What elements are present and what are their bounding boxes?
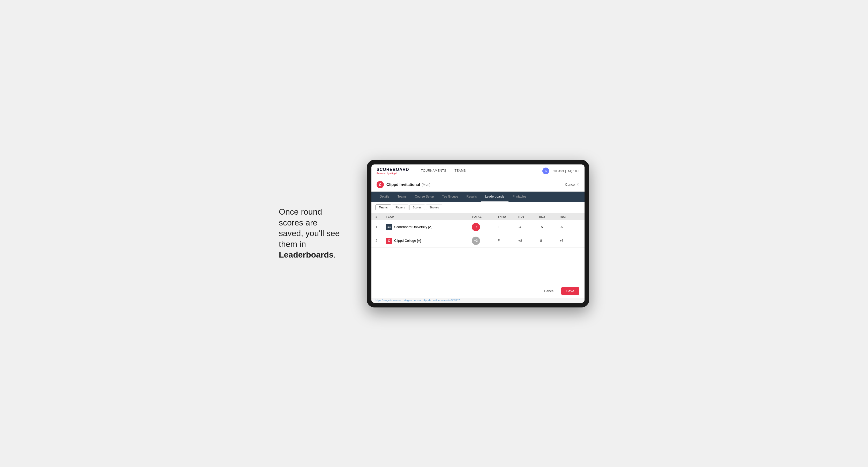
- nav-tournaments[interactable]: TOURNAMENTS: [417, 164, 451, 178]
- row1-score-badge: -5: [472, 223, 480, 231]
- cancel-button-header[interactable]: Cancel ✕: [565, 183, 579, 186]
- row1-team-name: Scoreboard University [A]: [394, 225, 432, 229]
- table-row: 2 C Clippd College [A] +3 F: [371, 234, 585, 248]
- sub-tabs: Teams Players Scores Strokes: [371, 202, 585, 213]
- table-header: # TEAM TOTAL THRU RD1 RD2 RD3: [371, 213, 585, 220]
- row2-score-badge: +3: [472, 237, 480, 245]
- nav-teams[interactable]: TEAMS: [451, 164, 470, 178]
- row1-rank: 1: [376, 225, 386, 229]
- row2-rank: 2: [376, 239, 386, 243]
- sub-tab-strokes[interactable]: Strokes: [426, 205, 442, 210]
- row2-rd2: -8: [539, 239, 560, 243]
- status-bar: https://stage-blue-coach.stagescoreboad.…: [371, 298, 585, 303]
- tab-details[interactable]: Details: [376, 192, 393, 202]
- tablet-screen: SCOREBOARD Powered by clippd TOURNAMENTS…: [371, 164, 585, 303]
- col-header-rd3: RD3: [560, 215, 580, 218]
- row1-team-logo: SU: [386, 224, 392, 230]
- tablet-frame: SCOREBOARD Powered by clippd TOURNAMENTS…: [367, 160, 589, 307]
- col-header-rank: #: [376, 215, 386, 218]
- tournament-title: Clippd Invitational: [386, 182, 420, 187]
- table-row: 1 SU Scoreboard University [A] -5: [371, 220, 585, 234]
- tournament-header: C Clippd Invitational (Men) Cancel ✕: [371, 178, 585, 192]
- leaderboard-table: # TEAM TOTAL THRU RD1 RD2 RD3 1: [371, 213, 585, 248]
- tabs-bar: Details Teams Course Setup Tee Groups Re…: [371, 192, 585, 202]
- row1-rd1: -4: [518, 225, 539, 229]
- col-header-rd1: RD1: [518, 215, 539, 218]
- svg-text:SU: SU: [388, 226, 391, 228]
- save-button[interactable]: Save: [561, 287, 579, 295]
- tab-leaderboards[interactable]: Leaderboards: [481, 192, 508, 202]
- row1-team-cell: SU Scoreboard University [A]: [386, 224, 472, 230]
- row2-total: +3: [472, 237, 498, 245]
- spacer: [371, 248, 585, 284]
- intro-line5-bold: Leaderboards: [279, 250, 334, 259]
- row2-thru: F: [498, 239, 518, 243]
- logo-area: SCOREBOARD Powered by clippd: [377, 167, 409, 175]
- row2-team-logo: C: [386, 238, 392, 244]
- logo-text: SCOREBOARD: [377, 167, 409, 172]
- cancel-button-footer[interactable]: Cancel: [540, 287, 558, 295]
- tab-printables[interactable]: Printables: [508, 192, 530, 202]
- col-header-rd2: RD2: [539, 215, 560, 218]
- modal-footer: Cancel Save: [371, 284, 585, 298]
- nav-links: TOURNAMENTS TEAMS: [417, 164, 542, 178]
- row2-team-cell: C Clippd College [A]: [386, 238, 472, 244]
- row2-rd1: +8: [518, 239, 539, 243]
- logo-powered: Powered by clippd: [377, 172, 409, 175]
- col-header-total: TOTAL: [472, 215, 498, 218]
- user-name: Test User |: [551, 169, 566, 173]
- nav-right: S Test User | Sign out: [542, 167, 579, 174]
- intro-line1: Once round: [279, 207, 322, 216]
- svg-text:C: C: [388, 239, 390, 243]
- intro-line4: them in: [279, 240, 306, 249]
- sign-out-link[interactable]: Sign out: [568, 169, 579, 173]
- row1-rd3: -6: [560, 225, 580, 229]
- intro-text: Once round scores are saved, you'll see …: [279, 207, 351, 260]
- row1-total: -5: [472, 223, 498, 231]
- row2-rd3: +3: [560, 239, 580, 243]
- intro-line3: saved, you'll see: [279, 228, 340, 238]
- row1-rd2: +5: [539, 225, 560, 229]
- tab-teams[interactable]: Teams: [393, 192, 411, 202]
- tournament-icon: C: [377, 181, 384, 188]
- sub-tab-teams[interactable]: Teams: [376, 205, 391, 210]
- close-icon: ✕: [577, 183, 579, 186]
- tournament-subtitle: (Men): [422, 183, 430, 186]
- col-header-team: TEAM: [386, 215, 472, 218]
- row2-team-name: Clippd College [A]: [394, 239, 421, 243]
- tab-results[interactable]: Results: [462, 192, 481, 202]
- row1-thru: F: [498, 225, 518, 229]
- intro-line2: scores are: [279, 218, 317, 227]
- status-url: https://stage-blue-coach.stagescoreboad.…: [376, 299, 460, 302]
- top-nav: SCOREBOARD Powered by clippd TOURNAMENTS…: [371, 164, 585, 178]
- intro-period: .: [334, 250, 336, 259]
- sub-tab-players[interactable]: Players: [392, 205, 408, 210]
- tab-tee-groups[interactable]: Tee Groups: [438, 192, 462, 202]
- sub-tab-scores[interactable]: Scores: [409, 205, 425, 210]
- tab-course-setup[interactable]: Course Setup: [411, 192, 438, 202]
- col-header-thru: THRU: [498, 215, 518, 218]
- user-avatar: S: [542, 167, 549, 174]
